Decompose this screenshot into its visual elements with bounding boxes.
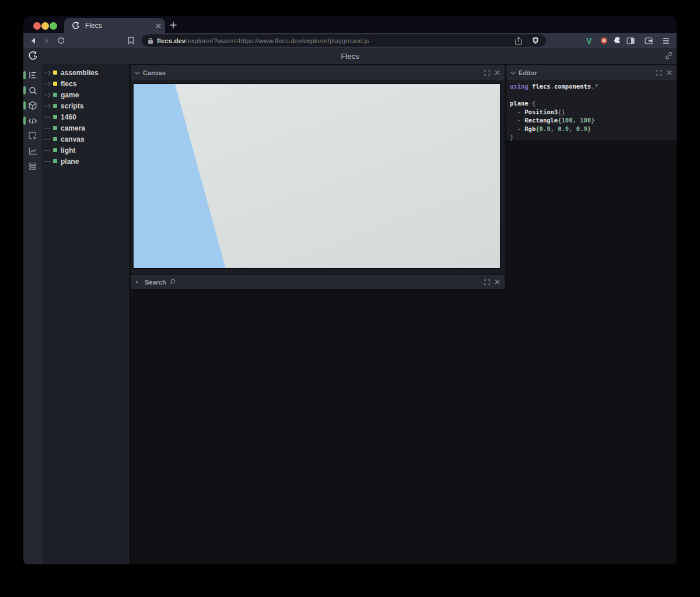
entity-color-square [53,126,57,130]
url-domain: flecs.dev [157,37,186,44]
sidebar-code-icon[interactable] [23,113,42,128]
tree-item-flecs[interactable]: flecs [42,78,129,89]
vue-devtools-icon[interactable]: V [582,33,596,48]
tree-item-canvas[interactable]: canvas [42,134,129,145]
tab-close-icon[interactable] [156,23,161,29]
canvas-collapse-chevron-icon[interactable] [135,71,140,75]
editor-panel-title: Editor [519,69,537,76]
entity-color-square [53,82,57,86]
url-path: /explorer/?wasm=https://www.flecs.dev/ex… [186,37,369,44]
tree-item-light[interactable]: light [42,145,129,156]
canvas-panel: Canvas Search [131,65,505,80]
search-fullscreen-icon[interactable] [484,279,490,285]
lock-icon [148,37,153,44]
tree-item-label: scripts [61,102,83,110]
entity-color-square [53,93,57,97]
tree-item-label: plane [61,157,79,166]
code-line: - Position3{} [510,108,673,117]
page-title: Flecs [23,48,677,64]
bookmark-icon[interactable] [124,33,138,48]
canvas-3d-view[interactable] [133,83,501,269]
search-panel-title: Search [145,279,166,286]
tree-expand-arrow-icon[interactable] [44,92,52,98]
browser-window: Flecs [23,16,677,564]
editor-panel-header[interactable]: Editor [506,65,677,80]
entity-color-square [53,115,57,119]
share-icon[interactable] [515,37,522,45]
sidebar-entity-tree-icon[interactable] [23,68,42,83]
tree-leaf-line-icon [44,136,52,142]
editor-panel: Editor using flecs.components.*plane { -… [506,65,677,80]
sidebar-modules-icon[interactable] [23,98,42,113]
window-zoom-button[interactable] [50,22,57,30]
tree-leaf-line-icon [44,114,52,120]
search-bullet-icon [136,281,138,283]
tree-expand-arrow-icon[interactable] [44,70,52,76]
search-panel-header[interactable]: Search [131,275,505,289]
code-line: plane { [510,99,673,108]
extension-red-icon[interactable] [597,33,611,48]
editor-collapse-chevron-icon[interactable] [510,71,516,75]
search-close-icon[interactable] [495,279,500,285]
tree-item-label: camera [61,124,85,132]
sidebar-query-icon[interactable] [23,83,42,98]
tree-expand-arrow-icon[interactable] [44,81,52,87]
wallet-icon[interactable] [642,33,656,48]
entity-tree-panel: assembliesflecsgamescripts1460cameracanv… [42,64,129,564]
sidebar-statistics-icon[interactable] [23,143,42,159]
extensions-puzzle-icon[interactable] [610,33,624,48]
code-line: } [510,133,673,142]
window-minimize-button[interactable] [41,22,49,30]
brave-shield-icon[interactable] [532,37,539,44]
tree-item-game[interactable]: game [42,89,129,100]
address-bar[interactable]: flecs.dev/explorer/?wasm=https://www.fle… [142,34,546,47]
tree-item-label: flecs [61,80,76,88]
entity-color-square [53,71,57,75]
tree-leaf-line-icon [44,159,52,164]
url-text: flecs.dev/explorer/?wasm=https://www.fle… [157,37,515,44]
tree-item-assemblies[interactable]: assemblies [42,67,129,78]
canvas-close-icon[interactable] [495,70,500,75]
back-button[interactable] [26,33,40,48]
sidebar-toggle-icon[interactable] [624,33,638,48]
window-close-button[interactable] [33,22,41,30]
code-line: using flecs.components.* [510,82,673,91]
tree-leaf-line-icon [44,125,52,131]
app-header: Flecs [23,48,677,64]
sidebar-inspect-icon[interactable] [23,128,42,143]
canvas-panel-title: Canvas [143,69,166,76]
tree-item-label: assemblies [61,69,99,77]
menu-icon[interactable] [659,33,673,48]
canvas-panel-header[interactable]: Canvas [131,65,505,80]
url-separator [527,37,527,44]
tree-item-label: light [61,146,75,154]
reload-button[interactable] [54,33,68,48]
new-tab-button[interactable] [165,16,181,33]
canvas-plane-shape [134,84,500,268]
editor-content[interactable]: using flecs.components.*plane { - Positi… [506,80,677,140]
sidebar-logs-icon[interactable] [23,159,42,174]
editor-fullscreen-icon[interactable] [656,70,662,76]
tree-item-plane[interactable]: plane [42,156,129,167]
permalink-icon[interactable] [664,51,673,62]
search-icon [169,279,176,285]
canvas-fullscreen-icon[interactable] [484,70,490,76]
tree-item-label: game [61,91,79,99]
tree-item-scripts[interactable]: scripts [42,100,129,111]
forward-button[interactable] [40,33,54,48]
code-editor: using flecs.components.*plane { - Positi… [506,80,677,144]
entity-color-square [53,137,57,141]
entity-color-square [53,104,57,108]
entity-color-square [53,159,57,163]
tree-leaf-line-icon [44,148,52,153]
tree-expand-arrow-icon[interactable] [44,103,52,109]
browser-tab-flecs[interactable]: Flecs [64,18,165,33]
tree-item-label: 1460 [61,113,76,121]
tree-item-label: canvas [61,135,85,143]
tree-item-1460[interactable]: 1460 [42,111,129,122]
tab-favicon-flecs-logo [72,22,80,30]
editor-close-icon[interactable] [667,70,672,75]
browser-toolbar: flecs.dev/explorer/?wasm=https://www.fle… [23,33,677,48]
tab-bar: Flecs [23,16,677,33]
tree-item-camera[interactable]: camera [42,122,129,134]
